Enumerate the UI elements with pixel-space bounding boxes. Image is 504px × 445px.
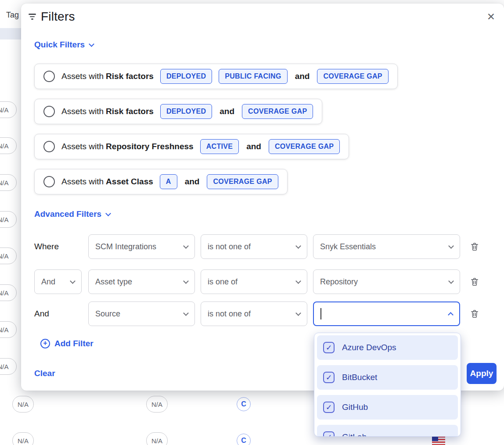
add-filter-button[interactable]: + Add Filter [40, 338, 94, 349]
filter-chip: DEPLOYED [160, 69, 212, 83]
connector-label: Where [34, 242, 83, 251]
table-cell-na: N/A [12, 396, 34, 413]
chevron-down-icon [89, 41, 94, 47]
operator-select[interactable]: is not one of [201, 301, 307, 326]
quick-filters-label: Quick Filters [34, 40, 85, 50]
filter-chip: PUBLIC FACING [219, 69, 287, 83]
table-cell-na: N/A [0, 101, 17, 118]
table-cell-na: N/A [146, 396, 168, 413]
filter-icon [28, 14, 36, 20]
operator-select[interactable]: is one of [201, 269, 307, 294]
conjunction-text: and [246, 142, 261, 151]
field-select[interactable]: SCM Integrations [88, 234, 195, 259]
table-cell-na: N/A [0, 174, 17, 191]
text-caret [320, 308, 321, 319]
source-dropdown: ✓ Azure DevOps ✓ BitBucket ✓ GitHub ✓ Gi… [314, 333, 461, 437]
advanced-filters-toggle[interactable]: Advanced Filters [34, 209, 110, 219]
plus-icon: + [40, 339, 50, 348]
quick-filter-option-1[interactable]: Assets with Risk factors DEPLOYED PUBLIC… [34, 64, 398, 89]
table-header-band [0, 28, 21, 39]
chevron-down-icon [105, 211, 111, 216]
chevron-down-icon [183, 310, 189, 316]
quick-filter-option-2[interactable]: Assets with Risk factors DEPLOYED and CO… [34, 99, 322, 124]
quick-filters-toggle[interactable]: Quick Filters [34, 39, 94, 50]
chevron-down-icon [295, 243, 301, 249]
table-cell-na: N/A [12, 432, 34, 445]
status-badge: C [237, 397, 251, 411]
quick-filter-option-4[interactable]: Assets with Asset Class A and COVERAGE G… [34, 169, 288, 194]
chevron-up-icon [448, 312, 454, 318]
filters-dialog: Filters ✕ Quick Filters Assets with Risk… [21, 4, 504, 391]
close-icon[interactable]: ✕ [484, 10, 498, 24]
filter-chip: A [160, 174, 177, 189]
value-select[interactable]: Repository [313, 269, 460, 294]
radio-button[interactable] [43, 141, 55, 152]
filter-chip: DEPLOYED [160, 104, 212, 118]
chevron-down-icon [183, 278, 189, 284]
dialog-title: Filters [41, 10, 75, 24]
trash-icon[interactable] [466, 305, 483, 323]
chevron-down-icon [70, 278, 76, 284]
checkbox-checked-icon[interactable]: ✓ [323, 431, 335, 437]
chevron-down-icon [448, 278, 454, 284]
chevron-down-icon [295, 278, 301, 284]
table-cell-na: N/A [0, 248, 17, 264]
connector-label: And [34, 309, 83, 319]
table-cell-na: N/A [0, 321, 17, 338]
radio-button[interactable] [43, 106, 55, 117]
table-cell-na: N/A [146, 432, 168, 445]
table-cell-na: N/A [0, 284, 17, 301]
dialog-header: Filters ✕ [21, 4, 504, 24]
filter-chip: COVERAGE GAP [207, 174, 278, 189]
filter-chip: COVERAGE GAP [269, 139, 340, 154]
radio-button[interactable] [43, 176, 55, 187]
checkbox-checked-icon[interactable]: ✓ [323, 372, 335, 383]
status-badge: C [237, 434, 251, 445]
dropdown-option-github[interactable]: ✓ GitHub [317, 395, 458, 420]
table-cell-na: N/A [0, 211, 17, 228]
value-select[interactable]: Snyk Essentials [313, 234, 460, 259]
trash-icon[interactable] [466, 238, 483, 255]
filter-chip: ACTIVE [200, 139, 239, 154]
filter-row-2: And Asset type is one of Repository [34, 269, 497, 294]
dropdown-option-azure-devops[interactable]: ✓ Azure DevOps [317, 335, 458, 360]
column-header-tag: Tag [6, 11, 19, 20]
dropdown-option-bitbucket[interactable]: ✓ BitBucket [317, 365, 458, 390]
conjunction-text: and [185, 177, 200, 187]
field-select[interactable]: Asset type [88, 269, 195, 294]
quick-filter-option-3[interactable]: Assets with Repository Freshness ACTIVE … [34, 134, 349, 159]
flag-icon [432, 436, 445, 445]
value-input[interactable] [313, 301, 460, 326]
operator-select[interactable]: is not one of [201, 234, 307, 259]
dropdown-option-gitlab[interactable]: ✓ GitLab [317, 425, 458, 437]
clear-button[interactable]: Clear [34, 369, 55, 378]
apply-button[interactable]: Apply [467, 363, 497, 384]
table-cell-na: N/A [0, 358, 17, 375]
filter-chip: COVERAGE GAP [317, 69, 388, 83]
option-text: Assets with Repository Freshness [61, 142, 194, 151]
advanced-filters-label: Advanced Filters [34, 209, 101, 219]
option-text: Assets with Asset Class [61, 177, 153, 187]
table-cell-na: N/A [0, 137, 17, 154]
field-select[interactable]: Source [88, 301, 195, 326]
option-text: Assets with Risk factors [61, 72, 154, 81]
option-text: Assets with Risk factors [61, 107, 154, 116]
chevron-down-icon [295, 310, 301, 316]
conjunction-text: and [295, 72, 310, 81]
filter-row-1: Where SCM Integrations is not one of Sny… [34, 234, 497, 259]
conjunction-text: and [220, 107, 234, 116]
filter-chip: COVERAGE GAP [242, 104, 313, 118]
radio-button[interactable] [43, 71, 55, 82]
checkbox-checked-icon[interactable]: ✓ [323, 342, 335, 353]
filter-row-3: And Source is not one of [34, 301, 497, 326]
chevron-down-icon [183, 243, 189, 249]
trash-icon[interactable] [466, 273, 483, 291]
add-filter-label: Add Filter [54, 339, 94, 348]
chevron-down-icon [448, 243, 454, 249]
connector-select[interactable]: And [34, 269, 82, 294]
checkbox-checked-icon[interactable]: ✓ [323, 402, 335, 413]
